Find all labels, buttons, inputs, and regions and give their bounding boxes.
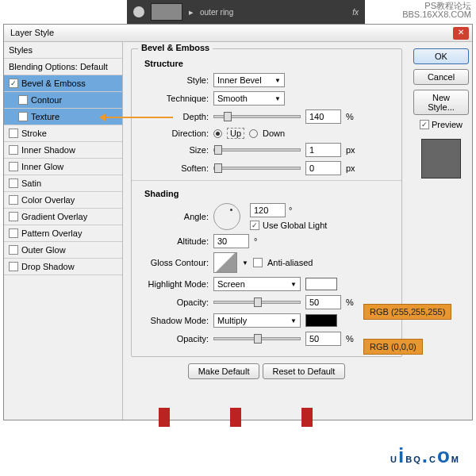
decoration — [159, 408, 170, 427]
global-light-check[interactable]: ✓ — [250, 221, 259, 230]
opacity-label: Opacity: — [141, 298, 209, 307]
contour-label: Contour — [31, 95, 62, 105]
depth-slider[interactable] — [213, 115, 301, 118]
altitude-input[interactable]: 30 — [213, 234, 249, 248]
angle-input[interactable]: 120 — [250, 203, 286, 217]
soften-slider[interactable] — [213, 167, 301, 170]
list-item[interactable]: Inner Shadow — [4, 142, 122, 159]
list-item[interactable]: Pattern Overlay — [4, 225, 122, 242]
checkbox-icon[interactable] — [9, 245, 18, 255]
layer-style-dialog: Layer Style ✕ Styles Blending Options: D… — [3, 24, 473, 420]
list-item[interactable]: Inner Glow — [4, 159, 122, 175]
chevron-down-icon[interactable]: ▼ — [242, 259, 248, 267]
hl-opacity-slider[interactable] — [213, 301, 301, 304]
layer-name[interactable]: outer ring — [200, 8, 233, 17]
opacity-label: Opacity: — [141, 334, 209, 344]
make-default-button[interactable]: Make Default — [188, 363, 260, 379]
checkbox-icon[interactable] — [9, 145, 18, 155]
reset-default-button[interactable]: Reset to Default — [263, 363, 346, 379]
soften-input[interactable]: 0 — [305, 161, 341, 175]
bevel-label: Bevel & Emboss — [21, 79, 86, 88]
dialog-titlebar[interactable]: Layer Style ✕ — [4, 25, 472, 42]
decoration — [230, 408, 241, 427]
styles-list: Styles Blending Options: Default ✓ Bevel… — [4, 42, 123, 420]
style-select[interactable]: Inner Bevel▼ — [213, 73, 285, 87]
fx-badge[interactable]: fx — [352, 8, 359, 17]
bevel-emboss-item[interactable]: ✓ Bevel & Emboss — [4, 75, 122, 92]
dialog-buttons: OK Cancel New Style... ✓Preview — [410, 42, 472, 420]
checkbox-icon[interactable] — [18, 95, 28, 105]
gloss-label: Gloss Contour: — [141, 258, 209, 267]
list-item[interactable]: Stroke — [4, 125, 122, 142]
close-icon[interactable]: ✕ — [453, 27, 469, 40]
preview-check[interactable]: ✓ — [420, 120, 429, 129]
checkbox-icon[interactable] — [9, 228, 18, 238]
chevron-down-icon: ▼ — [274, 95, 281, 102]
shadow-rgb-note: RGB (0,0,0) — [363, 339, 423, 355]
checkbox-icon[interactable] — [9, 129, 18, 138]
blending-options[interactable]: Blending Options: Default — [4, 59, 122, 75]
angle-dial[interactable] — [213, 203, 240, 230]
list-item[interactable]: Satin — [4, 175, 122, 192]
checkbox-icon[interactable] — [9, 195, 18, 205]
new-style-button[interactable]: New Style... — [413, 90, 469, 115]
site-logo: UiBQ.CoM — [390, 443, 460, 468]
size-input[interactable]: 1 — [305, 143, 341, 157]
sh-opacity-input[interactable]: 50 — [305, 332, 341, 346]
direction-label: Direction: — [141, 129, 209, 138]
checkbox-icon[interactable] — [9, 178, 18, 188]
angle-label: Angle: — [141, 212, 209, 221]
preview-swatch — [421, 139, 461, 178]
cancel-button[interactable]: Cancel — [413, 69, 469, 85]
ok-button[interactable]: OK — [413, 48, 469, 64]
technique-label: Technique: — [141, 94, 209, 103]
list-item[interactable]: Color Overlay — [4, 192, 122, 209]
checkbox-icon[interactable] — [18, 112, 28, 121]
highlight-rgb-note: RGB (255,255,255) — [363, 304, 451, 320]
list-item[interactable]: Outer Glow — [4, 242, 122, 259]
watermark: PS教程论坛BBS.16XX8.COM — [402, 2, 471, 19]
sh-opacity-slider[interactable] — [213, 337, 301, 340]
size-slider[interactable] — [213, 148, 301, 152]
depth-input[interactable]: 140 — [305, 109, 341, 124]
structure-title: Structure — [144, 59, 392, 68]
hl-opacity-input[interactable]: 50 — [305, 295, 341, 309]
decoration — [301, 408, 313, 427]
group-title: Bevel & Emboss — [138, 43, 213, 52]
highlight-mode-label: Highlight Mode: — [141, 279, 209, 289]
shadow-mode-select[interactable]: Multiply▼ — [213, 313, 301, 328]
layers-panel-row: ▸ outer ring fx — [127, 0, 365, 24]
styles-header[interactable]: Styles — [4, 42, 122, 59]
soften-label: Soften: — [141, 163, 209, 173]
checkbox-icon[interactable] — [9, 162, 18, 171]
gloss-contour[interactable] — [213, 252, 237, 273]
down-radio[interactable] — [249, 129, 258, 138]
preview-label: Preview — [432, 120, 463, 129]
checkbox-icon[interactable]: ✓ — [9, 79, 18, 88]
dialog-title: Layer Style — [10, 28, 54, 37]
shadow-mode-label: Shadow Mode: — [141, 316, 209, 325]
up-radio[interactable] — [213, 129, 222, 138]
antialiased-check[interactable] — [253, 258, 263, 267]
chevron-down-icon: ▼ — [290, 317, 297, 324]
chevron-down-icon: ▼ — [290, 281, 297, 288]
style-label: Style: — [141, 75, 209, 85]
list-item[interactable]: Gradient Overlay — [4, 209, 122, 225]
highlight-mode-select[interactable]: Screen▼ — [213, 277, 301, 291]
texture-label: Texture — [31, 112, 60, 121]
checkbox-icon[interactable] — [9, 212, 18, 221]
chevron-down-icon: ▼ — [274, 77, 281, 84]
size-label: Size: — [141, 145, 209, 155]
visibility-icon[interactable] — [133, 6, 144, 17]
contour-item[interactable]: Contour — [4, 92, 122, 109]
shading-title: Shading — [144, 189, 392, 198]
layer-thumbnail[interactable] — [151, 3, 182, 21]
shadow-color-swatch[interactable] — [305, 314, 337, 327]
bevel-group: Bevel & Emboss Structure Style: Inner Be… — [131, 48, 402, 357]
checkbox-icon[interactable] — [9, 262, 18, 271]
chevron-icon: ▸ — [189, 7, 194, 17]
settings-panel: Bevel & Emboss Structure Style: Inner Be… — [123, 42, 410, 420]
highlight-color-swatch[interactable] — [305, 278, 337, 290]
technique-select[interactable]: Smooth▼ — [213, 91, 285, 106]
list-item[interactable]: Drop Shadow — [4, 259, 122, 275]
